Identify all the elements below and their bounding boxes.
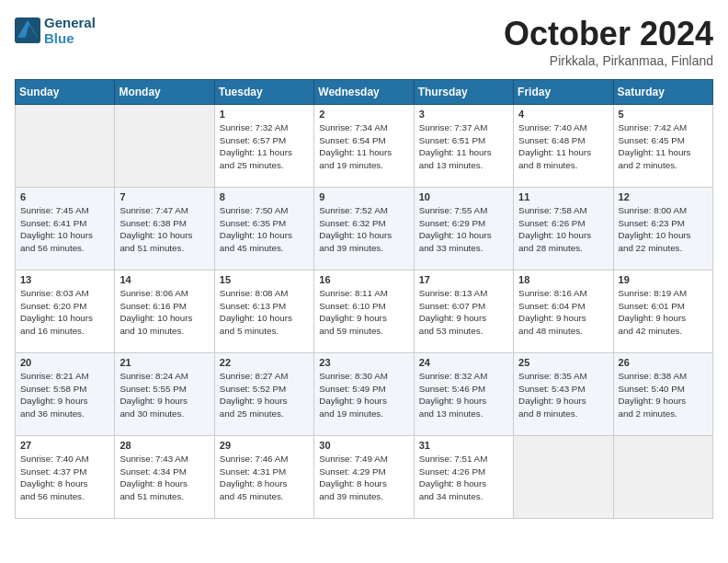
calendar-cell — [16, 105, 115, 188]
calendar-cell: 12Sunrise: 8:00 AM Sunset: 6:23 PM Dayli… — [613, 188, 712, 270]
calendar-cell: 11Sunrise: 7:58 AM Sunset: 6:26 PM Dayli… — [514, 188, 613, 270]
day-number: 1 — [220, 109, 309, 120]
weekday-header-friday: Friday — [514, 80, 613, 105]
calendar-cell: 5Sunrise: 7:42 AM Sunset: 6:45 PM Daylig… — [613, 105, 712, 188]
day-info: Sunrise: 7:50 AM Sunset: 6:35 PM Dayligh… — [220, 204, 309, 255]
day-number: 8 — [220, 191, 309, 202]
calendar-cell: 6Sunrise: 7:45 AM Sunset: 6:41 PM Daylig… — [16, 188, 115, 270]
day-number: 10 — [419, 191, 508, 202]
day-info: Sunrise: 7:49 AM Sunset: 4:29 PM Dayligh… — [319, 453, 408, 503]
calendar-cell: 15Sunrise: 8:08 AM Sunset: 6:13 PM Dayli… — [214, 270, 313, 353]
calendar-cell: 7Sunrise: 7:47 AM Sunset: 6:38 PM Daylig… — [115, 188, 214, 270]
calendar-cell: 25Sunrise: 8:35 AM Sunset: 5:43 PM Dayli… — [514, 353, 613, 436]
day-info: Sunrise: 7:45 AM Sunset: 6:41 PM Dayligh… — [20, 204, 109, 255]
day-number: 28 — [119, 440, 209, 451]
calendar-cell: 23Sunrise: 8:30 AM Sunset: 5:49 PM Dayli… — [314, 353, 414, 436]
day-info: Sunrise: 8:21 AM Sunset: 5:58 PM Dayligh… — [20, 370, 109, 420]
day-number: 7 — [119, 191, 209, 202]
weekday-header-tuesday: Tuesday — [214, 80, 313, 105]
day-info: Sunrise: 8:35 AM Sunset: 5:43 PM Dayligh… — [518, 370, 608, 420]
logo-icon — [15, 17, 40, 43]
page-header: General Blue October 2024 Pirkkala, Pirk… — [15, 15, 713, 68]
day-number: 14 — [119, 274, 209, 285]
day-number: 29 — [220, 440, 309, 451]
day-number: 18 — [518, 274, 608, 285]
calendar-cell: 17Sunrise: 8:13 AM Sunset: 6:07 PM Dayli… — [414, 270, 513, 353]
day-info: Sunrise: 8:13 AM Sunset: 6:07 PM Dayligh… — [419, 287, 508, 338]
day-info: Sunrise: 7:42 AM Sunset: 6:45 PM Dayligh… — [619, 121, 708, 172]
calendar-cell: 14Sunrise: 8:06 AM Sunset: 6:16 PM Dayli… — [115, 270, 214, 353]
calendar-cell — [514, 436, 613, 519]
day-number: 17 — [419, 274, 508, 285]
calendar-cell: 16Sunrise: 8:11 AM Sunset: 6:10 PM Dayli… — [314, 270, 414, 353]
calendar-cell: 29Sunrise: 7:46 AM Sunset: 4:31 PM Dayli… — [214, 436, 313, 519]
day-info: Sunrise: 7:51 AM Sunset: 4:26 PM Dayligh… — [419, 453, 508, 503]
day-number: 11 — [518, 191, 608, 202]
day-info: Sunrise: 7:55 AM Sunset: 6:29 PM Dayligh… — [419, 204, 508, 255]
calendar-cell — [115, 105, 214, 188]
calendar-cell: 30Sunrise: 7:49 AM Sunset: 4:29 PM Dayli… — [314, 436, 414, 519]
calendar-cell: 31Sunrise: 7:51 AM Sunset: 4:26 PM Dayli… — [414, 436, 513, 519]
day-info: Sunrise: 7:43 AM Sunset: 4:34 PM Dayligh… — [119, 453, 209, 503]
calendar-cell: 10Sunrise: 7:55 AM Sunset: 6:29 PM Dayli… — [414, 188, 513, 270]
day-info: Sunrise: 8:06 AM Sunset: 6:16 PM Dayligh… — [119, 287, 209, 338]
calendar-cell: 24Sunrise: 8:32 AM Sunset: 5:46 PM Dayli… — [414, 353, 513, 436]
day-info: Sunrise: 7:32 AM Sunset: 6:57 PM Dayligh… — [220, 121, 309, 172]
day-info: Sunrise: 8:27 AM Sunset: 5:52 PM Dayligh… — [220, 370, 309, 420]
day-info: Sunrise: 7:47 AM Sunset: 6:38 PM Dayligh… — [119, 204, 209, 255]
day-number: 21 — [119, 357, 209, 368]
calendar-cell: 19Sunrise: 8:19 AM Sunset: 6:01 PM Dayli… — [613, 270, 712, 353]
day-info: Sunrise: 8:30 AM Sunset: 5:49 PM Dayligh… — [319, 370, 408, 420]
day-info: Sunrise: 8:16 AM Sunset: 6:04 PM Dayligh… — [518, 287, 608, 338]
day-number: 27 — [20, 440, 109, 451]
day-info: Sunrise: 8:38 AM Sunset: 5:40 PM Dayligh… — [619, 370, 708, 420]
day-number: 3 — [419, 109, 508, 120]
month-title: October 2024 — [504, 15, 713, 53]
day-info: Sunrise: 8:32 AM Sunset: 5:46 PM Dayligh… — [419, 370, 508, 420]
day-number: 19 — [619, 274, 708, 285]
day-info: Sunrise: 7:34 AM Sunset: 6:54 PM Dayligh… — [319, 121, 408, 172]
weekday-header-thursday: Thursday — [414, 80, 513, 105]
calendar-cell: 27Sunrise: 7:40 AM Sunset: 4:37 PM Dayli… — [16, 436, 115, 519]
calendar-cell: 21Sunrise: 8:24 AM Sunset: 5:55 PM Dayli… — [115, 353, 214, 436]
day-number: 12 — [619, 191, 708, 202]
location: Pirkkala, Pirkanmaa, Finland — [504, 53, 713, 68]
logo-text: General Blue — [44, 15, 96, 46]
calendar-cell: 1Sunrise: 7:32 AM Sunset: 6:57 PM Daylig… — [214, 105, 313, 188]
day-number: 23 — [319, 357, 408, 368]
day-number: 13 — [20, 274, 109, 285]
day-info: Sunrise: 7:40 AM Sunset: 6:48 PM Dayligh… — [518, 121, 608, 172]
day-info: Sunrise: 8:19 AM Sunset: 6:01 PM Dayligh… — [619, 287, 708, 338]
day-number: 2 — [319, 109, 408, 120]
day-number: 20 — [20, 357, 109, 368]
calendar-cell — [613, 436, 712, 519]
day-info: Sunrise: 7:58 AM Sunset: 6:26 PM Dayligh… — [518, 204, 608, 255]
day-info: Sunrise: 7:37 AM Sunset: 6:51 PM Dayligh… — [419, 121, 508, 172]
day-info: Sunrise: 7:52 AM Sunset: 6:32 PM Dayligh… — [319, 204, 408, 255]
day-info: Sunrise: 8:11 AM Sunset: 6:10 PM Dayligh… — [319, 287, 408, 338]
day-number: 24 — [419, 357, 508, 368]
logo: General Blue — [15, 15, 96, 46]
weekday-header-monday: Monday — [115, 80, 214, 105]
day-info: Sunrise: 8:03 AM Sunset: 6:20 PM Dayligh… — [20, 287, 109, 338]
calendar-cell: 8Sunrise: 7:50 AM Sunset: 6:35 PM Daylig… — [214, 188, 313, 270]
calendar-cell: 4Sunrise: 7:40 AM Sunset: 6:48 PM Daylig… — [514, 105, 613, 188]
day-number: 4 — [518, 109, 608, 120]
calendar-cell: 13Sunrise: 8:03 AM Sunset: 6:20 PM Dayli… — [16, 270, 115, 353]
title-block: October 2024 Pirkkala, Pirkanmaa, Finlan… — [504, 15, 713, 68]
day-info: Sunrise: 8:00 AM Sunset: 6:23 PM Dayligh… — [619, 204, 708, 255]
day-number: 15 — [220, 274, 309, 285]
calendar-cell: 26Sunrise: 8:38 AM Sunset: 5:40 PM Dayli… — [613, 353, 712, 436]
day-info: Sunrise: 7:40 AM Sunset: 4:37 PM Dayligh… — [20, 453, 109, 503]
calendar-cell: 3Sunrise: 7:37 AM Sunset: 6:51 PM Daylig… — [414, 105, 513, 188]
weekday-header-wednesday: Wednesday — [314, 80, 414, 105]
day-number: 26 — [619, 357, 708, 368]
day-number: 9 — [319, 191, 408, 202]
calendar-cell: 20Sunrise: 8:21 AM Sunset: 5:58 PM Dayli… — [16, 353, 115, 436]
day-number: 22 — [220, 357, 309, 368]
calendar-cell: 9Sunrise: 7:52 AM Sunset: 6:32 PM Daylig… — [314, 188, 414, 270]
calendar-cell: 18Sunrise: 8:16 AM Sunset: 6:04 PM Dayli… — [514, 270, 613, 353]
day-info: Sunrise: 7:46 AM Sunset: 4:31 PM Dayligh… — [220, 453, 309, 503]
day-number: 5 — [619, 109, 708, 120]
day-number: 6 — [20, 191, 109, 202]
